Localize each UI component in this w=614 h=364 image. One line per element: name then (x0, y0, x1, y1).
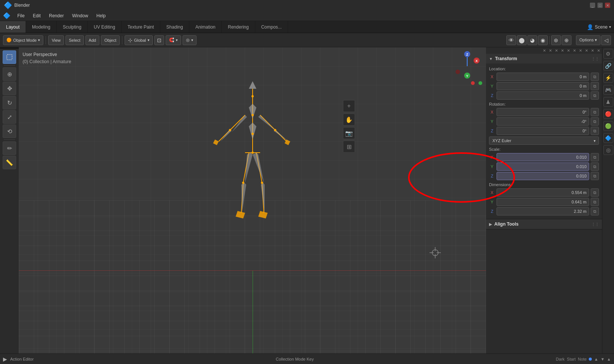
transform-space[interactable]: ⊹ Global ▾ (125, 35, 153, 45)
transform-tool[interactable]: ⟲ (3, 124, 16, 138)
icon-7[interactable]: 🟢 (603, 121, 613, 131)
scale-z-copy[interactable]: ⧉ (591, 172, 599, 180)
x-mark-7[interactable]: ✕ (578, 48, 583, 53)
zoom-btn[interactable]: + (343, 100, 355, 112)
select-menu[interactable]: Select (66, 35, 84, 45)
location-z-field[interactable]: 0 m (497, 91, 589, 100)
scale-x-copy[interactable]: ⧉ (591, 153, 599, 161)
viewport-shading-render[interactable]: ◉ (538, 35, 548, 45)
icon-6[interactable]: 🔴 (603, 109, 613, 119)
transform-options-icon[interactable]: ⋮⋮ (591, 57, 599, 61)
annotate-tool[interactable]: ✏ (3, 141, 16, 155)
align-tools-header[interactable]: ▶ Align Tools ⋮⋮ (486, 219, 602, 229)
rot-z-copy[interactable]: ⧉ (591, 127, 599, 135)
viewport-shading-wire[interactable]: 👁 (506, 35, 516, 45)
location-x-field[interactable]: 0 m (497, 73, 589, 81)
loc-z-copy[interactable]: ⧉ (591, 91, 599, 100)
menu-edit[interactable]: Edit (29, 12, 44, 20)
close-button[interactable]: ✕ (605, 3, 610, 8)
dim-x-field[interactable]: 0.554 m (497, 188, 589, 197)
x-mark-1[interactable]: ✕ (542, 48, 547, 53)
x-mark-6[interactable]: ✕ (572, 48, 577, 53)
align-tools-options-icon[interactable]: ⋮⋮ (591, 222, 599, 226)
location-y-field[interactable]: 0 m (497, 82, 589, 90)
show-gizmos-btn[interactable]: ⊕ (562, 35, 571, 45)
tab-animation[interactable]: Animation (189, 21, 222, 33)
measure-tool[interactable]: 📏 (3, 156, 16, 169)
dim-x-copy[interactable]: ⧉ (591, 188, 599, 197)
view-menu[interactable]: View (48, 35, 64, 45)
rotation-y-field[interactable]: -0° (497, 117, 589, 126)
pivot-btn[interactable]: ⊡ (154, 35, 164, 45)
x-mark-8[interactable]: ✕ (584, 48, 589, 53)
tab-texture-paint[interactable]: Texture Paint (122, 21, 160, 33)
icon-8[interactable]: 🔷 (603, 133, 613, 143)
tab-modeling[interactable]: Modeling (26, 21, 57, 33)
show-overlays-btn[interactable]: ⊛ (551, 35, 561, 45)
menu-render[interactable]: Render (45, 12, 67, 20)
dim-z-field[interactable]: 2.32 m (497, 207, 589, 215)
rot-y-copy[interactable]: ⧉ (591, 117, 599, 126)
minimize-button[interactable]: _ (590, 3, 595, 8)
sidebar-toggle[interactable]: ◁ (601, 35, 611, 45)
icon-5[interactable]: ♟ (603, 97, 613, 107)
rotation-z-field[interactable]: 0° (497, 127, 589, 135)
camera-btn[interactable]: 📷 (343, 127, 355, 139)
icon-9[interactable]: ◎ (603, 145, 613, 155)
options-btn[interactable]: Options ▾ (576, 35, 600, 45)
snap-btn[interactable]: 🧲 ▾ (166, 35, 181, 45)
dim-z-copy[interactable]: ⧉ (591, 207, 599, 215)
viewport-shading-mat[interactable]: ◕ (527, 35, 537, 45)
x-mark-10[interactable]: ✕ (596, 48, 601, 53)
cursor-tool[interactable]: ⊕ (3, 67, 16, 81)
scale-z-field[interactable]: 0.010 (497, 172, 589, 180)
rotate-tool[interactable]: ↻ (3, 96, 16, 109)
loc-y-copy[interactable]: ⧉ (591, 82, 599, 90)
tab-uv-editing[interactable]: UV Editing (88, 21, 122, 33)
scale-y-field[interactable]: 0.010 (497, 162, 589, 171)
tab-layout[interactable]: Layout (0, 21, 26, 33)
x-mark-2[interactable]: ✕ (548, 48, 553, 53)
menu-window[interactable]: Window (68, 12, 92, 20)
scale-z-label: Z (489, 174, 495, 178)
select-tool[interactable] (3, 50, 16, 64)
move-tool[interactable]: ✥ (3, 82, 16, 95)
menu-help[interactable]: Help (93, 12, 110, 20)
proportional-btn[interactable]: ◎ ▾ (183, 35, 197, 45)
rotation-mode-dropdown[interactable]: XYZ Euler ▾ (489, 136, 599, 145)
x-mark-5[interactable]: ✕ (566, 48, 571, 53)
perspective-btn[interactable]: ⊞ (343, 141, 355, 153)
scale-y-copy[interactable]: ⧉ (591, 162, 599, 171)
rotation-x-field[interactable]: 0° (497, 108, 589, 116)
pan-btn[interactable]: ✋ (343, 114, 355, 126)
icon-4[interactable]: 🎮 (603, 85, 613, 95)
x-mark-9[interactable]: ✕ (590, 48, 595, 53)
viewport[interactable]: User Perspective (0) Collection | Armatu… (19, 47, 486, 353)
tab-rendering[interactable]: Rendering (222, 21, 255, 33)
svg-marker-10 (249, 81, 256, 89)
maximize-button[interactable]: □ (597, 3, 603, 8)
tab-shading[interactable]: Shading (160, 21, 189, 33)
scale-x-field[interactable]: 0.010 (497, 153, 589, 161)
scale-tool[interactable]: ⤢ (3, 110, 16, 124)
icon-2[interactable]: 🔗 (603, 61, 613, 71)
x-mark-3[interactable]: ✕ (554, 48, 559, 53)
menu-file[interactable]: File (14, 12, 28, 20)
viewport-shading-solid[interactable]: ⬤ (517, 35, 527, 45)
dim-y-field[interactable]: 0.641 m (497, 198, 589, 206)
scene-dropdown-icon[interactable]: ▾ (609, 25, 611, 29)
tab-compositing[interactable]: Compos... (255, 21, 288, 33)
rot-x-copy[interactable]: ⧉ (591, 108, 599, 116)
add-menu[interactable]: Add (85, 35, 100, 45)
icon-1[interactable]: ⚙ (603, 49, 613, 59)
object-menu[interactable]: Object (101, 35, 120, 45)
loc-x-copy[interactable]: ⧉ (591, 73, 599, 81)
rotation-x-row: X 0° ⧉ (489, 108, 599, 116)
transform-header[interactable]: ▼ Transform ⋮⋮ (486, 54, 602, 64)
dim-y-copy[interactable]: ⧉ (591, 198, 599, 206)
icon-3[interactable]: ⚡ (603, 73, 613, 83)
tab-sculpting[interactable]: Sculpting (57, 21, 88, 33)
mode-selector[interactable]: 🟠 Object Mode ▾ (3, 35, 43, 45)
x-mark-4[interactable]: ✕ (560, 48, 565, 53)
window-controls[interactable]: _ □ ✕ (590, 3, 610, 8)
